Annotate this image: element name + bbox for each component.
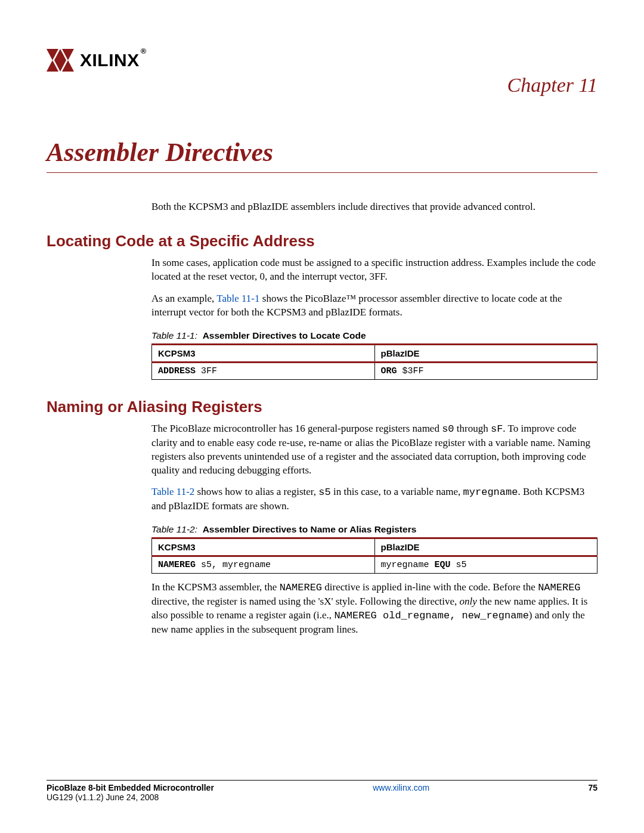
intro-paragraph: Both the KCPSM3 and pBlazIDE assemblers … [151, 200, 597, 214]
table-header-row: KCPSM3 pBlazIDE [152, 538, 597, 556]
page-number: 75 [588, 783, 597, 792]
table-header-row: KCPSM3 pBlazIDE [152, 344, 597, 362]
table-11-1: KCPSM3 pBlazIDE ADDRESS 3FF ORG $3FF [151, 343, 597, 380]
brand-name: XILINX® [80, 50, 147, 70]
footer-doc-version: UG129 (v1.1.2) June 24, 2008 [47, 792, 214, 802]
cell-kcpsm3: ADDRESS 3FF [152, 362, 375, 379]
col-pblazide: pBlazIDE [374, 344, 597, 362]
page-footer: PicoBlaze 8-bit Embedded Microcontroller… [47, 780, 597, 802]
page-title: Assembler Directives [47, 137, 597, 173]
col-kcpsm3: KCPSM3 [152, 538, 375, 556]
header: XILINX® [47, 47, 597, 74]
sec2-p3: In the KCPSM3 assembler, the NAMEREG dir… [151, 581, 597, 637]
sec2-p1: The PicoBlaze microcontroller has 16 gen… [151, 422, 597, 478]
section-heading-locate: Locating Code at a Specific Address [47, 232, 597, 250]
table-11-2: KCPSM3 pBlazIDE NAMEREG s5, myregname my… [151, 537, 597, 574]
cell-pblazide: ORG $3FF [374, 362, 597, 379]
table-row: ADDRESS 3FF ORG $3FF [152, 362, 597, 379]
table-11-2-caption: Table 11-2: Assembler Directives to Name… [151, 524, 597, 535]
col-kcpsm3: KCPSM3 [152, 344, 375, 362]
chapter-label: Chapter 11 [47, 74, 597, 97]
footer-url[interactable]: www.xilinx.com [373, 783, 429, 792]
sec1-p2: As an example, Table 11-1 shows the Pico… [151, 292, 597, 320]
registered-icon: ® [141, 47, 147, 55]
footer-doc-title: PicoBlaze 8-bit Embedded Microcontroller… [47, 783, 214, 802]
table-ref-11-1[interactable]: Table 11-1 [216, 293, 259, 304]
sec2-p2: Table 11-2 shows how to alias a register… [151, 485, 597, 513]
table-11-1-caption: Table 11-1: Assembler Directives to Loca… [151, 330, 597, 341]
cell-pblazide: myregname EQU s5 [374, 556, 597, 574]
cell-kcpsm3: NAMEREG s5, myregname [152, 556, 375, 574]
table-row: NAMEREG s5, myregname myregname EQU s5 [152, 556, 597, 574]
sec1-p1: In some cases, application code must be … [151, 256, 597, 284]
table-ref-11-2[interactable]: Table 11-2 [151, 486, 194, 497]
xilinx-logo-icon [47, 47, 74, 74]
col-pblazide: pBlazIDE [374, 538, 597, 556]
section-heading-naming: Naming or Aliasing Registers [47, 398, 597, 416]
